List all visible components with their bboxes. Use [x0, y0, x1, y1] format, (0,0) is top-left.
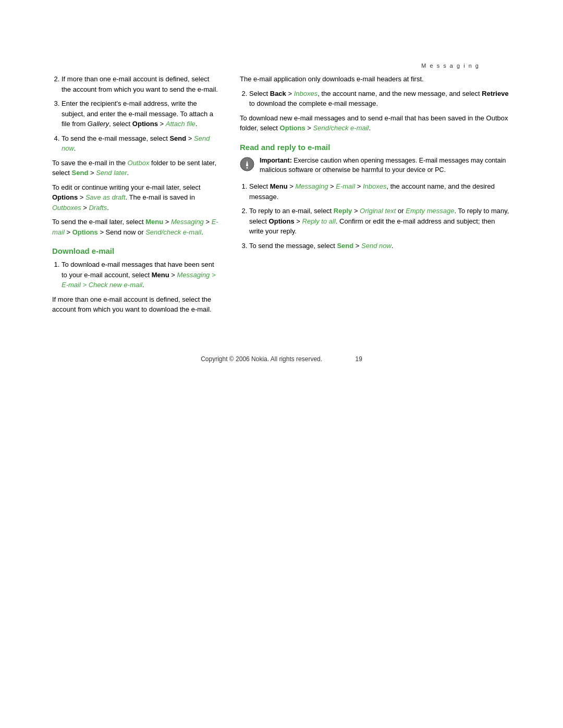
read-reply-heading: Read and reply to e-mail [240, 143, 511, 152]
page: M e s s a g i n g If more than one e-mai… [0, 0, 563, 728]
download-list: To download e-mail messages that have be… [52, 260, 219, 290]
indent-send-later: To send the e-mail later, select Menu > … [52, 217, 219, 237]
list-item: To send the e-mail message, select Send … [62, 133, 219, 154]
text-messaging-email-check: Messaging > E-mail > Check new e-mail [62, 271, 216, 289]
text-send: Send [169, 134, 186, 142]
important-icon [240, 157, 254, 171]
text-save-draft: Save as draft [85, 193, 126, 201]
text-original-text: Original text [360, 207, 396, 215]
page-header: M e s s a g i n g [0, 0, 563, 74]
content-area: If more than one e-mail account is defin… [0, 74, 563, 319]
text-send-now: Send now [62, 134, 210, 153]
right-top-list: Select Back > Inboxes, the account name,… [240, 89, 511, 109]
list-item: Select Menu > Messaging > E-mail > Inbox… [249, 181, 511, 202]
top-list: If more than one e-mail account is defin… [52, 74, 219, 154]
list-item: To download e-mail messages that have be… [62, 260, 219, 290]
text-menu: Menu [145, 218, 163, 226]
text-send-r: Send [337, 242, 353, 250]
important-label: Important: [260, 157, 292, 164]
download-email-heading: Download e-mail [52, 246, 219, 255]
text-options-3: Options [72, 228, 98, 236]
text-back: Back [270, 90, 286, 97]
download-new-para: To download new e-mail messages and to s… [240, 113, 511, 133]
text-reply: Reply [334, 207, 352, 215]
text-inboxes: Inboxes [294, 90, 318, 97]
text-reply-all: Reply to all [302, 217, 336, 225]
text-outbox: Outbox [128, 159, 150, 167]
text-options-r: Options [280, 124, 305, 132]
text-drafts: Drafts [89, 204, 107, 212]
text-options-2: Options [52, 193, 78, 201]
page-footer: Copyright © 2006 Nokia. All rights reser… [0, 335, 563, 373]
footer-copyright: Copyright © 2006 Nokia. All rights reser… [201, 355, 322, 363]
important-text: Important: Exercise caution when opening… [260, 156, 511, 176]
text-outboxes: Outboxes [52, 204, 81, 212]
text-messaging: Messaging [171, 218, 204, 226]
text-send-bold: Send [72, 169, 89, 177]
svg-point-2 [247, 167, 248, 168]
list-item: To send the message, select Send > Send … [249, 241, 511, 251]
list-item: If more than one e-mail account is defin… [62, 74, 219, 94]
text-attach-file: Attach file [166, 120, 195, 128]
text-send-check-r: Send/check e-mail [313, 124, 369, 132]
text-send-check: Send/check e-mail [145, 228, 201, 236]
list-item: To reply to an e-mail, select Reply > Or… [249, 206, 511, 237]
text-menu-r: Menu [270, 182, 288, 190]
text-inboxes-r: Inboxes [363, 182, 387, 190]
text-send-now-r: Send now [361, 242, 391, 250]
text-email-r: E-mail [336, 182, 355, 190]
footer-inner: Copyright © 2006 Nokia. All rights reser… [0, 355, 563, 363]
text-options-reply: Options [269, 217, 295, 225]
text-empty-message: Empty message [406, 207, 454, 215]
list-item: Enter the recipient's e-mail address, wr… [62, 98, 219, 129]
text-send-later: Send later [96, 169, 127, 177]
text-options: Options [132, 120, 158, 128]
section-title: M e s s a g i n g [421, 63, 480, 69]
text-menu-2: Menu [152, 271, 169, 279]
important-box: Important: Exercise caution when opening… [240, 156, 511, 176]
indent-outbox-save: To save the e-mail in the Outbox folder … [52, 158, 219, 178]
text-gallery: Gallery [88, 120, 109, 128]
read-reply-list: Select Menu > Messaging > E-mail > Inbox… [240, 181, 511, 251]
indent-download-account: If more than one e-mail account is defin… [52, 294, 219, 315]
text-retrieve: Retrieve [482, 90, 508, 97]
indent-save-draft: To edit or continue writing your e-mail … [52, 182, 219, 213]
right-column: The e-mail application only downloads e-… [240, 74, 511, 319]
left-column: If more than one e-mail account is defin… [52, 74, 219, 319]
page-number: 19 [355, 355, 362, 363]
list-item: Select Back > Inboxes, the account name,… [249, 89, 511, 109]
right-top-para: The e-mail application only downloads e-… [240, 74, 511, 84]
text-messaging-r: Messaging [296, 182, 328, 190]
